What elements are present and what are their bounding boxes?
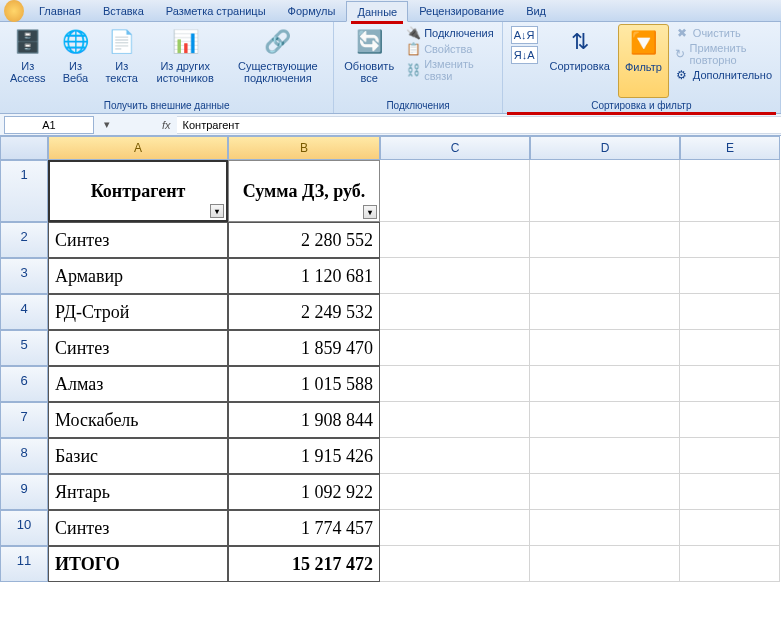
name-box[interactable]: A1 — [4, 116, 94, 134]
tab-home[interactable]: Главная — [28, 0, 92, 21]
row-head-5[interactable]: 5 — [0, 330, 48, 366]
cell-d2[interactable] — [530, 222, 680, 258]
row-head-8[interactable]: 8 — [0, 438, 48, 474]
cell-e4[interactable] — [680, 294, 780, 330]
row-head-11[interactable]: 11 — [0, 546, 48, 582]
cell-c9[interactable] — [380, 474, 530, 510]
cell-e2[interactable] — [680, 222, 780, 258]
cell-d8[interactable] — [530, 438, 680, 474]
cell-c7[interactable] — [380, 402, 530, 438]
cell-b8[interactable]: 1 915 426 — [228, 438, 380, 474]
cell-b2[interactable]: 2 280 552 — [228, 222, 380, 258]
cell-b10[interactable]: 1 774 457 — [228, 510, 380, 546]
from-other-button[interactable]: 📊Из других источников — [146, 24, 224, 98]
cell-b6[interactable]: 1 015 588 — [228, 366, 380, 402]
row-head-7[interactable]: 7 — [0, 402, 48, 438]
cell-e5[interactable] — [680, 330, 780, 366]
cell-d7[interactable] — [530, 402, 680, 438]
cell-e1[interactable] — [680, 160, 780, 222]
from-text-button[interactable]: 📄Из текста — [99, 24, 144, 98]
access-icon: 🗄️ — [12, 26, 44, 58]
cell-c2[interactable] — [380, 222, 530, 258]
cell-d4[interactable] — [530, 294, 680, 330]
cell-c3[interactable] — [380, 258, 530, 294]
from-access-button[interactable]: 🗄️Из Access — [4, 24, 51, 98]
cell-c10[interactable] — [380, 510, 530, 546]
cell-c8[interactable] — [380, 438, 530, 474]
cell-e10[interactable] — [680, 510, 780, 546]
row-head-4[interactable]: 4 — [0, 294, 48, 330]
cell-b5[interactable]: 1 859 470 — [228, 330, 380, 366]
group-title-sortfilter: Сортировка и фильтр — [507, 98, 776, 113]
sort-button[interactable]: ⇅Сортировка — [544, 24, 616, 98]
col-head-a[interactable]: A — [48, 136, 228, 160]
filter-toggle-b[interactable]: ▾ — [363, 205, 377, 219]
name-box-dropdown[interactable]: ▾ — [98, 118, 116, 131]
cell-c1[interactable] — [380, 160, 530, 222]
cell-a7[interactable]: Москабель — [48, 402, 228, 438]
cell-e11[interactable] — [680, 546, 780, 582]
row-head-6[interactable]: 6 — [0, 366, 48, 402]
cell-b1[interactable]: Сумма ДЗ, руб.▾ — [228, 160, 380, 222]
cell-e6[interactable] — [680, 366, 780, 402]
filter-button[interactable]: 🔽Фильтр — [618, 24, 669, 98]
cell-b3[interactable]: 1 120 681 — [228, 258, 380, 294]
cell-d11[interactable] — [530, 546, 680, 582]
cell-a6[interactable]: Алмаз — [48, 366, 228, 402]
fx-button[interactable]: fx — [156, 119, 177, 131]
cell-a4[interactable]: РД-Строй — [48, 294, 228, 330]
tab-view[interactable]: Вид — [515, 0, 557, 21]
select-all-box[interactable] — [0, 136, 48, 160]
tab-pagelayout[interactable]: Разметка страницы — [155, 0, 277, 21]
formula-input[interactable]: Контрагент — [177, 116, 781, 134]
existing-connections-button[interactable]: 🔗Существующие подключения — [226, 24, 329, 98]
cell-e8[interactable] — [680, 438, 780, 474]
tab-formulas[interactable]: Формулы — [277, 0, 347, 21]
row-head-9[interactable]: 9 — [0, 474, 48, 510]
row-head-2[interactable]: 2 — [0, 222, 48, 258]
col-head-e[interactable]: E — [680, 136, 780, 160]
cell-e3[interactable] — [680, 258, 780, 294]
cell-d10[interactable] — [530, 510, 680, 546]
col-head-c[interactable]: C — [380, 136, 530, 160]
row-head-1[interactable]: 1 — [0, 160, 48, 222]
sort-desc-button[interactable]: Я↓А — [511, 46, 538, 64]
refresh-all-button[interactable]: 🔄Обновить все — [338, 24, 400, 98]
cell-a8[interactable]: Базис — [48, 438, 228, 474]
row-head-3[interactable]: 3 — [0, 258, 48, 294]
cell-a1[interactable]: Контрагент▾ — [48, 160, 228, 222]
filter-toggle-a[interactable]: ▾ — [210, 204, 224, 218]
connections-button[interactable]: 🔌Подключения — [406, 26, 494, 40]
cell-c5[interactable] — [380, 330, 530, 366]
cell-b4[interactable]: 2 249 532 — [228, 294, 380, 330]
cell-d9[interactable] — [530, 474, 680, 510]
col-head-b[interactable]: B — [228, 136, 380, 160]
advanced-filter-button[interactable]: ⚙Дополнительно — [675, 68, 772, 82]
tab-insert[interactable]: Вставка — [92, 0, 155, 21]
cell-d3[interactable] — [530, 258, 680, 294]
cell-b11[interactable]: 15 217 472 — [228, 546, 380, 582]
tab-data[interactable]: Данные — [346, 1, 408, 22]
cell-a9[interactable]: Янтарь — [48, 474, 228, 510]
cell-a10[interactable]: Синтез — [48, 510, 228, 546]
from-web-button[interactable]: 🌐Из Веба — [53, 24, 97, 98]
cell-a5[interactable]: Синтез — [48, 330, 228, 366]
row-head-10[interactable]: 10 — [0, 510, 48, 546]
cell-d6[interactable] — [530, 366, 680, 402]
cell-b7[interactable]: 1 908 844 — [228, 402, 380, 438]
cell-a3[interactable]: Армавир — [48, 258, 228, 294]
cell-a2[interactable]: Синтез — [48, 222, 228, 258]
cell-c6[interactable] — [380, 366, 530, 402]
cell-b9[interactable]: 1 092 922 — [228, 474, 380, 510]
cell-d1[interactable] — [530, 160, 680, 222]
cell-e7[interactable] — [680, 402, 780, 438]
cell-d5[interactable] — [530, 330, 680, 366]
cell-c4[interactable] — [380, 294, 530, 330]
cell-e9[interactable] — [680, 474, 780, 510]
cell-c11[interactable] — [380, 546, 530, 582]
col-head-d[interactable]: D — [530, 136, 680, 160]
sort-asc-button[interactable]: А↓Я — [511, 26, 538, 44]
cell-a11[interactable]: ИТОГО — [48, 546, 228, 582]
office-button[interactable] — [4, 0, 24, 22]
tab-review[interactable]: Рецензирование — [408, 0, 515, 21]
